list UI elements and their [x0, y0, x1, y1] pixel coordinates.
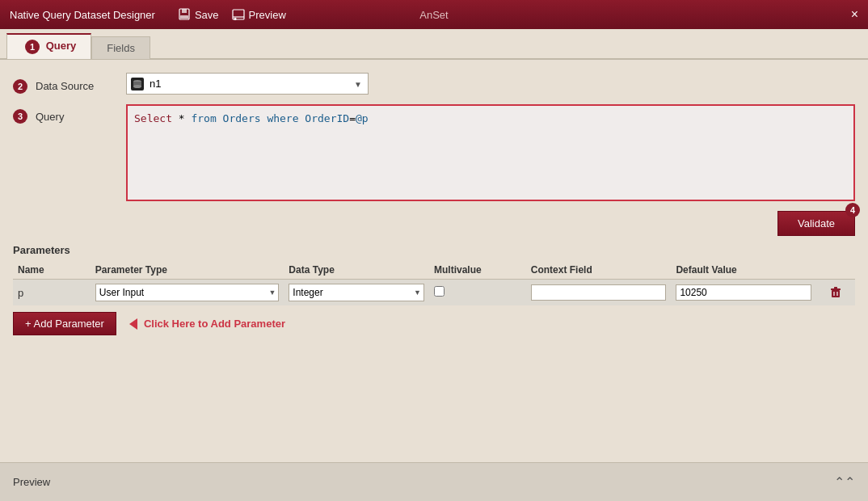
svg-rect-2: [180, 15, 188, 19]
save-button[interactable]: Save: [178, 8, 219, 21]
svg-rect-10: [834, 287, 837, 288]
query-editor-box: Select * from Orders where OrderID=@p: [126, 104, 855, 201]
param-name: p: [13, 280, 91, 306]
query-field-name: OrderID: [299, 112, 350, 124]
datasource-select[interactable]: n1: [126, 73, 369, 95]
preview-bar-label: Preview: [13, 476, 50, 488]
query-row: 3 Query Select * from Orders where Order…: [13, 104, 855, 201]
tab-query[interactable]: 1 Query: [6, 33, 91, 59]
query-where-keyword: where: [267, 112, 298, 124]
preview-bar: Preview ⌃⌃: [0, 462, 868, 501]
save-icon: [178, 8, 191, 21]
query-select-keyword: Select: [134, 112, 172, 124]
col-delete: [816, 261, 855, 280]
default-value-input[interactable]: [676, 284, 811, 301]
svg-rect-8: [832, 290, 840, 297]
col-name: Name: [13, 261, 91, 280]
param-type-select[interactable]: User Input: [95, 284, 280, 301]
query-table: Orders: [217, 112, 268, 124]
context-field-cell: [526, 280, 672, 306]
step-badge-3: 3: [13, 109, 27, 124]
param-type-cell: User Input ▼: [91, 280, 284, 306]
add-param-hint: Click Here to Add Parameter: [129, 318, 285, 330]
tab-fields[interactable]: Fields: [91, 36, 150, 59]
query-param: @p: [356, 112, 369, 124]
svg-rect-1: [182, 9, 187, 13]
db-icon: [131, 78, 144, 91]
svg-point-7: [133, 85, 141, 88]
parameters-title: Parameters: [13, 244, 855, 256]
add-parameter-button[interactable]: + Add Parameter: [13, 312, 116, 335]
default-value-cell: [671, 280, 816, 306]
query-star: *: [172, 112, 191, 124]
context-field-input[interactable]: [531, 284, 667, 301]
svg-point-4: [234, 19, 236, 20]
step-badge-2: 2: [13, 79, 27, 94]
params-header-row: Name Parameter Type Data Type Multivalue…: [13, 261, 855, 280]
table-row: p User Input ▼ Integer: [13, 280, 855, 306]
param-type-wrapper: User Input ▼: [95, 284, 280, 301]
col-data-type: Data Type: [284, 261, 429, 280]
preview-icon: [232, 8, 245, 21]
query-from-keyword: from: [191, 112, 216, 124]
col-multivalue: Multivalue: [429, 261, 526, 280]
preview-button[interactable]: Preview: [232, 8, 286, 21]
col-default-value: Default Value: [671, 261, 816, 280]
datasource-row: 2 Data Source n1 ▼: [13, 73, 855, 95]
data-type-select[interactable]: Integer: [289, 284, 424, 301]
validate-button[interactable]: Validate: [777, 211, 855, 236]
preview-expand-button[interactable]: ⌃⌃: [834, 474, 855, 490]
multivalue-checkbox[interactable]: [434, 286, 445, 297]
tab-query-label: Query: [46, 40, 77, 52]
preview-label: Preview: [249, 9, 286, 21]
data-type-cell: Integer ▼: [284, 280, 429, 306]
query-field: Select * from Orders where OrderID=@p: [126, 104, 855, 201]
close-button[interactable]: ×: [851, 8, 858, 21]
data-type-wrapper: Integer ▼: [289, 284, 424, 301]
query-label: 3 Query: [13, 104, 126, 124]
delete-cell: [816, 280, 855, 306]
datasource-label: 2 Data Source: [13, 74, 126, 94]
parameters-section: Parameters Name Parameter Type Data Type…: [13, 244, 855, 305]
center-label: AnSet: [419, 9, 448, 21]
parameters-table: Name Parameter Type Data Type Multivalue…: [13, 261, 855, 305]
add-param-row: + Add Parameter Click Here to Add Parame…: [13, 312, 855, 335]
tabs-bar: 1 Query Fields: [0, 29, 868, 60]
datasource-field: n1 ▼: [126, 73, 369, 95]
query-text[interactable]: Select * from Orders where OrderID=@p: [134, 112, 847, 124]
step-badge-1: 1: [25, 40, 40, 54]
app-title: Native Query Dataset Designer: [10, 9, 155, 21]
title-bar: Native Query Dataset Designer Save Previ…: [0, 0, 868, 29]
validate-row: 4 Validate: [13, 211, 855, 236]
svg-rect-9: [831, 288, 841, 290]
step-badge-4: 4: [845, 203, 860, 217]
save-label: Save: [195, 9, 219, 21]
trash-icon: [829, 286, 842, 299]
query-eq: =: [349, 112, 356, 124]
col-param-type: Parameter Type: [91, 261, 284, 280]
arrow-left-icon: [129, 318, 137, 330]
col-context-field: Context Field: [526, 261, 672, 280]
hint-text: Click Here to Add Parameter: [144, 318, 285, 330]
main-content: 2 Data Source n1 ▼ 3 Query: [0, 60, 868, 462]
tab-fields-label: Fields: [107, 42, 135, 54]
multivalue-cell: [429, 280, 526, 306]
delete-param-button[interactable]: [821, 286, 850, 299]
